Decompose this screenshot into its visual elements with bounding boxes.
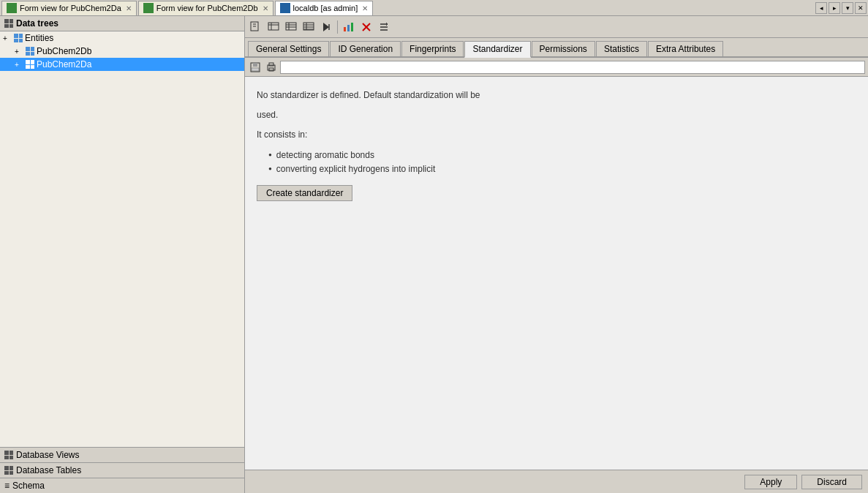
tab-fingerprints[interactable]: Fingerprints: [401, 41, 464, 56]
tabs-bar: General Settings ID Generation Fingerpri…: [245, 38, 868, 58]
entities-expander: +: [3, 34, 12, 42]
tab-permissions[interactable]: Permissions: [532, 41, 595, 56]
create-standardizer-button[interactable]: Create standardizer: [257, 185, 352, 201]
toolbar-edit-btn[interactable]: [283, 19, 299, 35]
database-views-header[interactable]: Database Views: [0, 448, 244, 462]
apply-button[interactable]: Apply: [744, 475, 797, 489]
entities-icon: [14, 34, 23, 42]
content-toolbar: [245, 58, 868, 77]
new-icon: [250, 21, 262, 33]
toolbar-view-btn[interactable]: [265, 19, 282, 35]
tree-section: + Entities + PubChem2Db +: [0, 31, 244, 447]
schema-header[interactable]: ≡ Schema: [0, 478, 244, 493]
db-views-icon: [4, 451, 13, 459]
print-icon: [265, 61, 277, 73]
tab2-label: Form view for PubChem2Db: [156, 4, 258, 12]
main-layout: Data trees + Entities + PubChem2Db: [0, 16, 868, 493]
left-panel: Data trees + Entities + PubChem2Db: [0, 16, 245, 493]
title-tab-1[interactable]: Form view for PubChem2Da ✕: [1, 1, 137, 15]
pubchem2db-icon: [26, 47, 34, 56]
delete-icon: [303, 21, 314, 33]
data-trees-label: Data trees: [16, 18, 59, 29]
tab1-label: Form view for PubChem2Da: [20, 4, 121, 12]
win-close-btn[interactable]: ✕: [855, 2, 867, 14]
toolbar-delete-btn[interactable]: [301, 19, 317, 35]
pubchem2db-label: PubChem2Db: [37, 46, 91, 56]
content-area: No standardizer is defined. Default stan…: [245, 58, 868, 470]
window-controls: ◂ ▸ ▾ ✕: [815, 2, 867, 14]
pubchem2db-expander: +: [15, 48, 23, 56]
entities-item[interactable]: + Entities: [0, 31, 244, 45]
view-icon: [268, 21, 279, 33]
chart-icon: [343, 21, 355, 33]
win-list-btn[interactable]: ▾: [842, 2, 853, 14]
pubchem2da-icon: [26, 60, 34, 69]
tab-id-generation[interactable]: ID Generation: [330, 41, 401, 56]
bullet-item-1: detecting aromatic bonds: [268, 148, 856, 162]
win-min-btn[interactable]: ◂: [815, 2, 827, 14]
toolbar-close-btn[interactable]: [358, 19, 374, 35]
toolbar: [245, 16, 868, 38]
tab3-close[interactable]: ✕: [362, 4, 368, 12]
database-views-section: Database Views: [0, 447, 244, 462]
database-tables-label: Database Tables: [16, 465, 81, 475]
svg-marker-15: [323, 23, 329, 31]
right-panel: General Settings ID Generation Fingerpri…: [245, 16, 868, 493]
action-icon: [320, 21, 332, 33]
footer: Apply Discard: [245, 470, 868, 493]
sort-icon: [378, 21, 390, 33]
tab-statistics[interactable]: Statistics: [596, 41, 647, 56]
svg-rect-18: [347, 25, 350, 31]
data-trees-header: Data trees: [0, 16, 244, 31]
toolbar-sort-btn[interactable]: [376, 19, 392, 35]
tab-extra-attributes[interactable]: Extra Attributes: [648, 41, 723, 56]
tab1-close[interactable]: ✕: [126, 4, 132, 12]
bottom-sections: Database Views Database Tables ≡ Schema: [0, 447, 244, 493]
content-save-btn[interactable]: [248, 60, 263, 75]
svg-rect-19: [351, 23, 353, 31]
tab3-label: localdb [as admin]: [293, 4, 358, 12]
info-line2: used.: [257, 108, 856, 122]
save-icon: [249, 61, 261, 73]
info-line3: It consists in:: [257, 128, 856, 142]
schema-label: Schema: [12, 481, 45, 491]
tab-general-settings[interactable]: General Settings: [248, 41, 329, 56]
discard-button[interactable]: Discard: [801, 475, 862, 489]
x-icon: [361, 21, 372, 33]
toolbar-chart-btn[interactable]: [341, 19, 357, 35]
entities-label: Entities: [25, 33, 53, 43]
tab3-icon: [280, 3, 290, 13]
svg-rect-3: [268, 23, 279, 30]
database-views-label: Database Views: [16, 450, 80, 460]
content-print-btn[interactable]: [264, 60, 279, 75]
data-trees-icon: [4, 19, 13, 28]
title-tab-2[interactable]: Form view for PubChem2Db ✕: [138, 1, 273, 15]
toolbar-sep1: [337, 20, 338, 34]
database-tables-section: Database Tables: [0, 462, 244, 478]
schema-section: ≡ Schema: [0, 478, 244, 493]
tab2-close[interactable]: ✕: [263, 4, 268, 12]
svg-rect-6: [286, 23, 296, 30]
pubchem2da-item[interactable]: + PubChem2Da: [0, 58, 244, 71]
svg-rect-26: [253, 63, 257, 67]
bullet-item-2: converting explicit hydrogens into impli…: [268, 162, 856, 176]
tab2-icon: [143, 3, 154, 13]
title-bar: Form view for PubChem2Da ✕ Form view for…: [0, 0, 868, 16]
content-text-field[interactable]: [280, 61, 865, 74]
bullet-list: detecting aromatic bonds converting expl…: [257, 148, 856, 176]
schema-icon: ≡: [4, 481, 10, 491]
pubchem2da-label: PubChem2Da: [37, 59, 91, 69]
info-line1: No standardizer is defined. Default stan…: [257, 89, 856, 102]
db-tables-icon: [4, 466, 13, 475]
toolbar-action-btn[interactable]: [318, 19, 334, 35]
database-tables-header[interactable]: Database Tables: [0, 463, 244, 478]
tab1-icon: [7, 3, 17, 13]
tab-standardizer[interactable]: Standardizer: [464, 41, 530, 58]
win-max-btn[interactable]: ▸: [829, 2, 840, 14]
toolbar-new-btn[interactable]: [248, 19, 264, 35]
standardizer-content: No standardizer is defined. Default stan…: [245, 77, 868, 470]
svg-rect-27: [252, 68, 259, 71]
title-tab-3[interactable]: localdb [as admin] ✕: [275, 1, 374, 15]
pubchem2da-expander: +: [15, 61, 23, 69]
pubchem2db-item[interactable]: + PubChem2Db: [0, 45, 244, 58]
